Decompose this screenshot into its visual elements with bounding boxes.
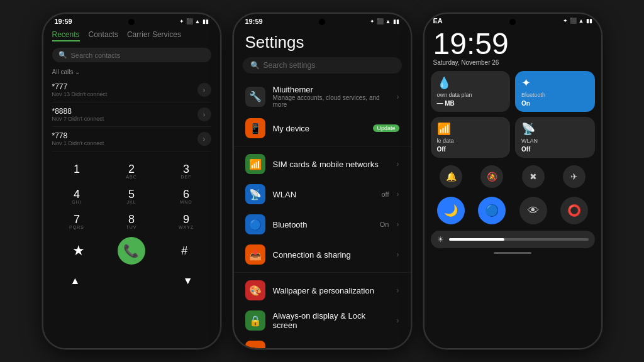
settings-item-sim[interactable]: 📶 SIM cards & mobile networks › xyxy=(234,149,411,179)
cc-tile-data[interactable]: 💧 own data plan — MB xyxy=(431,71,511,112)
dialpad-key-2[interactable]: 2ABC xyxy=(113,159,150,183)
all-calls-label: All calls ⌄ xyxy=(43,66,220,78)
call-arrow[interactable]: › xyxy=(197,107,211,121)
dialpad-key-3[interactable]: 3DEF xyxy=(167,159,205,183)
settings-item-info: Display xyxy=(273,346,389,349)
dialpad-key-8[interactable]: 8TUV xyxy=(113,209,150,233)
call-date: Nov 7 Didn't connect xyxy=(52,116,104,122)
dialpad-key-1[interactable]: 1​ xyxy=(58,159,96,183)
dialpad-key-6[interactable]: 6MNO xyxy=(167,184,205,208)
settings-item-info: Connection & sharing xyxy=(273,250,389,260)
dialpad-key-4[interactable]: 4GHI xyxy=(58,184,96,208)
brightness-slider[interactable]: ☀ xyxy=(431,231,595,248)
phone-settings: 19:59 ✦ ⬛ ▲ ▮▮ Settings 🔍 Search setting… xyxy=(233,13,412,349)
miuithemer-icon: 🔧 xyxy=(245,87,265,107)
chevron-right-icon: › xyxy=(397,286,399,295)
wifi-icon: ▲ xyxy=(386,18,391,25)
device-icon: 📱 xyxy=(245,118,265,138)
dialpad-key-hash[interactable]: # xyxy=(165,239,203,263)
dialpad-row-1: 1​ 2ABC 3DEF xyxy=(50,159,214,183)
connection-icon: 📤 xyxy=(245,244,265,265)
settings-item-info: My device xyxy=(273,124,366,133)
dialer-search-bar[interactable]: 🔍 Search contacts xyxy=(52,48,211,62)
wlan-icon: 📡 xyxy=(245,184,265,204)
mobile-data-icon: 📶 xyxy=(437,122,504,136)
battery-icon: ▮▮ xyxy=(203,18,209,25)
dialpad-key-7[interactable]: 7PQRS xyxy=(58,209,96,233)
settings-item-miuithemer[interactable]: 🔧 Miuithemer Manage accounts, cloud serv… xyxy=(234,80,411,113)
down-arrow-btn[interactable]: ▼ xyxy=(174,267,202,295)
cc-tiles-row-1: 💧 own data plan — MB ✦ Bluetooth On xyxy=(425,71,601,112)
settings-item-wlan[interactable]: 📡 WLAN off › xyxy=(234,179,411,209)
airplane-icon-btn[interactable]: ✈ xyxy=(563,165,586,188)
settings-item-info: Always-on display & Lock screen xyxy=(273,311,389,330)
settings-item-info: Wallpaper & personalization xyxy=(273,286,389,295)
settings-item-info: WLAN xyxy=(273,190,374,199)
call-button[interactable]: 📞 xyxy=(118,237,145,265)
up-arrow-btn[interactable]: ▲ xyxy=(61,267,89,295)
battery-icon: ▮▮ xyxy=(393,18,399,25)
cc-tiles-row-2: 📶 le data Off 📡 WLAN Off xyxy=(425,117,601,158)
settings-title: Settings xyxy=(234,26,411,57)
sim-icon: 📶 xyxy=(245,154,265,174)
cc-tile-wlan[interactable]: 📡 WLAN Off xyxy=(515,117,595,158)
dialpad-key-9[interactable]: 9WXYZ xyxy=(167,209,205,233)
sound-icon-btn[interactable]: 🔔 xyxy=(440,165,462,188)
settings-item-info: Bluetooth xyxy=(273,220,372,229)
update-badge: Update xyxy=(373,124,399,132)
phone-control-center: EA ✦ ⬛ ▲ ▮▮ 19:59 Saturday, November 26 … xyxy=(423,13,602,349)
signal-icon: ⬛ xyxy=(570,18,577,24)
cc-circle-row: 🌙 🔵 👁 ⭕ xyxy=(425,194,601,227)
call-item[interactable]: *777 Nov 13 Didn't connect › xyxy=(52,78,211,102)
settings-item-aod[interactable]: 🔒 Always-on display & Lock screen › xyxy=(234,305,411,336)
call-list: *777 Nov 13 Didn't connect › *8888 Nov 7… xyxy=(43,78,220,151)
night-mode-btn[interactable]: 🌙 xyxy=(437,197,465,224)
dialpad-bottom-row: ★ 📞 # xyxy=(50,237,214,265)
eye-btn[interactable]: 👁 xyxy=(519,197,547,224)
record-btn[interactable]: ⭕ xyxy=(560,197,588,224)
status-icons-p3: ✦ ⬛ ▲ ▮▮ xyxy=(563,18,592,24)
signal-icon: ⬛ xyxy=(186,18,193,25)
dialpad-row-2: 4GHI 5JKL 6MNO xyxy=(50,184,214,208)
cc-tile-bluetooth[interactable]: ✦ Bluetooth On xyxy=(515,71,595,112)
wifi-icon: ▲ xyxy=(579,18,584,24)
dialpad-key-5[interactable]: 5JKL xyxy=(113,184,150,208)
lock-icon: 🔒 xyxy=(245,310,265,331)
chevron-right-icon: › xyxy=(397,346,399,348)
search-icon: 🔍 xyxy=(250,61,260,70)
settings-search-bar[interactable]: 🔍 Search settings xyxy=(243,57,402,74)
dialpad-row-3: 7PQRS 8TUV 9WXYZ xyxy=(50,209,214,233)
camera-cutout xyxy=(319,19,325,25)
user-initials: EA xyxy=(433,17,443,25)
settings-item-wallpaper[interactable]: 🎨 Wallpaper & personalization › xyxy=(234,275,411,305)
camera-cutout xyxy=(509,19,516,25)
search-placeholder: Search settings xyxy=(264,61,316,70)
bluetooth-icon: 🔵 xyxy=(245,214,265,234)
close-icon-btn[interactable]: ✖ xyxy=(522,165,545,188)
call-number: *8888 xyxy=(52,107,104,116)
status-icons-p1: ✦ ⬛ ▲ ▮▮ xyxy=(179,18,209,25)
call-item[interactable]: *778 Nov 1 Didn't connect › xyxy=(52,127,211,151)
settings-item-bluetooth[interactable]: 🔵 Bluetooth On › xyxy=(234,209,411,239)
location-btn[interactable]: 🔵 xyxy=(478,197,506,224)
phone-dialer: 19:59 ✦ ⬛ ▲ ▮▮ Recents Contacts Carrier … xyxy=(42,13,221,349)
status-icons-p2: ✦ ⬛ ▲ ▮▮ xyxy=(370,18,399,25)
big-time: 19:59 xyxy=(425,28,601,59)
cc-tile-mobile-data[interactable]: 📶 le data Off xyxy=(431,117,511,158)
settings-item-connection[interactable]: 📤 Connection & sharing › xyxy=(234,239,411,270)
divider xyxy=(234,146,411,146)
call-item[interactable]: *8888 Nov 7 Didn't connect › xyxy=(52,102,211,127)
tab-contacts[interactable]: Contacts xyxy=(89,30,118,41)
settings-item-display[interactable]: 📺 Display › xyxy=(234,336,411,348)
settings-item-mydevice[interactable]: 📱 My device Update xyxy=(234,113,411,143)
tab-recents[interactable]: Recents xyxy=(52,30,80,41)
call-arrow[interactable]: › xyxy=(197,83,211,97)
call-arrow[interactable]: › xyxy=(197,132,211,146)
camera-cutout xyxy=(128,19,135,25)
chevron-right-icon: › xyxy=(397,220,399,229)
tab-carrier[interactable]: Carrier Services xyxy=(127,30,181,41)
chevron-right-icon: › xyxy=(397,316,399,325)
mute-icon-btn[interactable]: 🔕 xyxy=(480,165,503,188)
cc-icons-row: 🔔 🔕 ✖ ✈ xyxy=(425,163,601,190)
dialpad-key-star[interactable]: ★ xyxy=(60,239,97,263)
